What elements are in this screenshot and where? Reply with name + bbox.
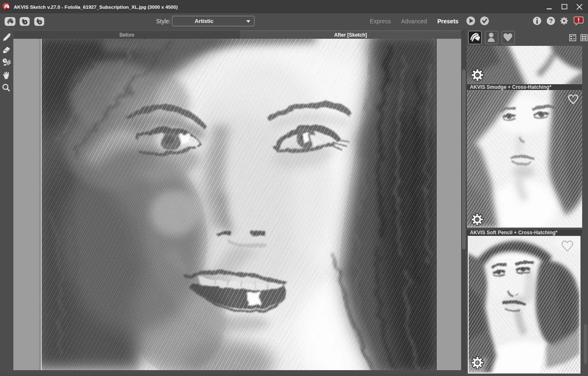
- svg-text:?: ?: [549, 17, 553, 24]
